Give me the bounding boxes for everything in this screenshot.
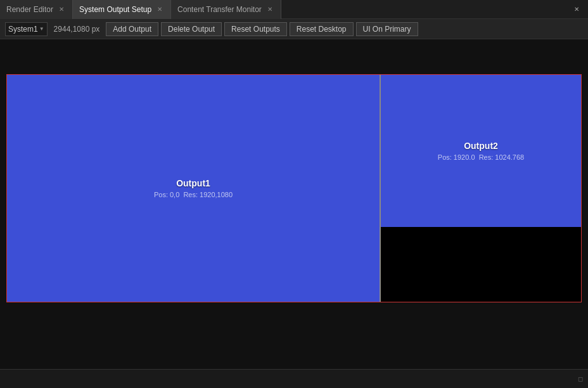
reset-outputs-button[interactable]: Reset Outputs [224,22,287,36]
output1-pos: Pos: 0,0 [154,191,179,198]
tab-content-transfer-monitor-label: Content Transfer Monitor [177,5,262,14]
output2-info: Pos: 1920.0 Res: 1024.768 [438,153,524,161]
add-output-button[interactable]: Add Output [106,22,158,36]
output1[interactable]: Output1 Pos: 0,0 Res: 1920,1080 [7,75,381,302]
toolbar: System1 ▼ 2944,1080 px Add Output Delete… [0,19,588,39]
tab-system-output-setup-label: System Output Setup [79,5,151,14]
tab-content-transfer-monitor[interactable]: Content Transfer Monitor ✕ [171,0,281,19]
output2-wrapper: Output2 Pos: 1920.0 Res: 1024.768 [381,75,581,302]
tab-system-output-setup-close[interactable]: ✕ [155,5,164,14]
window-close-button[interactable]: ✕ [568,3,585,16]
output2[interactable]: Output2 Pos: 1920.0 Res: 1024.768 [381,75,581,227]
tab-content-transfer-monitor-close[interactable]: ✕ [265,5,274,14]
output2-pos: Pos: 1920.0 [438,153,475,161]
window-controls: ✕ [568,3,585,16]
output1-info: Pos: 0,0 Res: 1920,1080 [154,191,233,198]
delete-output-button[interactable]: Delete Output [161,22,222,36]
tab-render-editor[interactable]: Render Editor ✕ [0,0,73,19]
title-bar: Render Editor ✕ System Output Setup ✕ Co… [0,0,588,19]
output2-res: Res: 1024.768 [479,153,525,161]
status-icon: ◻ [578,375,583,382]
reset-desktop-button[interactable]: Reset Desktop [290,22,354,36]
tab-system-output-setup[interactable]: System Output Setup ✕ [73,0,171,19]
ui-on-primary-button[interactable]: UI On Primary [356,22,418,36]
system-label: System1 [8,25,38,34]
canvas-area: Output1 Pos: 0,0 Res: 1920,1080 Output2 … [0,39,588,388]
dimension-label: 2944,1080 px [54,25,100,34]
tab-render-editor-close[interactable]: ✕ [57,5,66,14]
bottom-strip: ◻ [0,369,588,388]
output2-name: Output2 [464,141,498,151]
tab-render-editor-label: Render Editor [6,5,53,14]
system-selector[interactable]: System1 ▼ [5,22,48,36]
output1-res: Res: 1920,1080 [183,191,233,198]
system-dropdown-arrow: ▼ [39,26,44,32]
desktop-area: Output1 Pos: 0,0 Res: 1920,1080 Output2 … [6,74,582,302]
output2-black-area [381,227,581,302]
output1-name: Output1 [176,178,210,188]
